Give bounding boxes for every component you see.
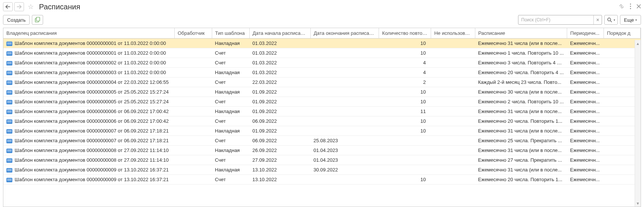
svg-line-6	[610, 21, 612, 22]
scrollbar[interactable]: ▲ ▼	[635, 40, 641, 207]
document-icon	[6, 119, 12, 124]
cell-nouse	[431, 175, 475, 185]
document-icon	[6, 100, 12, 104]
cell-handler	[174, 116, 212, 126]
copy-button[interactable]	[32, 15, 43, 25]
cell-end	[310, 77, 379, 87]
cell-schedule: Ежемесячно 31 числа (или в после...	[475, 126, 567, 136]
cell-nouse	[431, 155, 475, 165]
cell-count: 4	[379, 68, 431, 77]
table-row[interactable]: Шаблон комплекта документов 00000000004 …	[3, 77, 641, 87]
cell-schedule: Ежемесячно 20 числа. Повторить 4 ...	[475, 68, 567, 77]
cell-handler	[174, 146, 212, 155]
cell-type: Счет	[212, 77, 249, 87]
cell-start: 01.03.2022	[249, 68, 310, 77]
cell-start: 26.09.2022	[249, 146, 310, 155]
cell-type: Счет	[212, 116, 249, 126]
grid: Владелец расписания Обработчик Тип шабло…	[3, 28, 641, 207]
more-button[interactable]: Еще ▾	[620, 15, 641, 25]
col-order[interactable]: Порядок д	[604, 28, 641, 39]
col-nouse[interactable]: Не использовать	[431, 28, 475, 39]
table-row[interactable]: Шаблон комплекта документов 00000000006 …	[3, 116, 641, 126]
search-input[interactable]	[518, 17, 593, 22]
col-owner[interactable]: Владелец расписания	[3, 28, 174, 39]
cell-owner: Шаблон комплекта документов 00000000007 …	[3, 136, 174, 146]
cell-count: 10	[379, 39, 431, 48]
document-icon	[6, 110, 12, 114]
cell-type: Счет	[212, 97, 249, 107]
cell-owner: Шаблон комплекта документов 00000000008 …	[3, 155, 174, 165]
table-row[interactable]: Шаблон комплекта документов 00000000005 …	[3, 87, 641, 97]
cell-end	[310, 97, 379, 107]
cell-owner: Шаблон комплекта документов 00000000005 …	[3, 87, 174, 97]
table-row[interactable]: Шаблон комплекта документов 00000000001 …	[3, 48, 641, 58]
cell-end	[310, 175, 379, 185]
col-end[interactable]: Дата окончания расписания	[310, 28, 379, 39]
cell-count: 4	[379, 58, 431, 68]
cell-nouse	[431, 77, 475, 87]
table-row[interactable]: Шаблон комплекта документов 00000000007 …	[3, 136, 641, 146]
cell-type: Накладная	[212, 39, 249, 48]
scroll-up-icon[interactable]: ▲	[635, 40, 641, 47]
cell-type: Счет	[212, 58, 249, 68]
scroll-down-icon[interactable]: ▼	[635, 200, 641, 207]
search-box: ✕	[518, 15, 602, 25]
cell-period: Ежемесячн...	[567, 77, 604, 87]
svg-point-1	[630, 6, 631, 7]
kebab-menu-icon[interactable]	[630, 3, 631, 10]
col-start[interactable]: Дата начала расписания	[249, 28, 310, 39]
table-row[interactable]: Шаблон комплекта документов 00000000007 …	[3, 126, 641, 136]
cell-count: 10	[379, 97, 431, 107]
cell-type: Накладная	[212, 107, 249, 116]
cell-start: 01.09.2022	[249, 107, 310, 116]
cell-period: Ежемесячн...	[567, 126, 604, 136]
document-icon	[6, 61, 12, 66]
cell-end: 01.04.2023	[310, 146, 379, 155]
table-row[interactable]: Шаблон комплекта документов 00000000001 …	[3, 39, 641, 48]
cell-start: 01.09.2022	[249, 97, 310, 107]
col-period[interactable]: Периодичн...	[567, 28, 604, 39]
table-row[interactable]: Шаблон комплекта документов 00000000009 …	[3, 165, 641, 175]
table-row[interactable]: Шаблон комплекта документов 00000000008 …	[3, 146, 641, 155]
forward-button[interactable]	[14, 2, 24, 11]
cell-type: Накладная	[212, 87, 249, 97]
cell-period: Ежемесячн...	[567, 39, 604, 48]
cell-nouse	[431, 165, 475, 175]
page-title: Расписания	[39, 3, 617, 11]
cell-owner: Шаблон комплекта документов 00000000004 …	[3, 77, 174, 87]
cell-type: Накладная	[212, 165, 249, 175]
cell-end	[310, 126, 379, 136]
col-type[interactable]: Тип шаблона	[212, 28, 249, 39]
col-handler[interactable]: Обработчик	[174, 28, 212, 39]
cell-period: Ежемесячн...	[567, 116, 604, 126]
cell-handler	[174, 136, 212, 146]
cell-type: Счет	[212, 48, 249, 58]
back-button[interactable]	[3, 2, 13, 11]
cell-schedule: Ежемесячно 3 числа. Повторить 4 раз	[475, 58, 567, 68]
table-row[interactable]: Шаблон комплекта документов 00000000005 …	[3, 97, 641, 107]
cell-type: Счет	[212, 175, 249, 185]
svg-point-2	[630, 8, 631, 9]
cell-handler	[174, 68, 212, 77]
cell-start: 06.09.2022	[249, 136, 310, 146]
col-count[interactable]: Количество повторов	[379, 28, 431, 39]
search-dropdown-button[interactable]: ▾	[604, 15, 618, 25]
cell-schedule: Ежемесячно 30 числа (или в после...	[475, 87, 567, 97]
cell-period: Ежемесячн...	[567, 107, 604, 116]
table-row[interactable]: Шаблон комплекта документов 00000000006 …	[3, 107, 641, 116]
table-row[interactable]: Шаблон комплекта документов 00000000009 …	[3, 175, 641, 185]
create-button[interactable]: Создать	[3, 15, 30, 25]
cell-end	[310, 58, 379, 68]
table-row[interactable]: Шаблон комплекта документов 00000000008 …	[3, 155, 641, 165]
table-row[interactable]: Шаблон комплекта документов 00000000003 …	[3, 68, 641, 77]
table-row[interactable]: Шаблон комплекта документов 00000000002 …	[3, 58, 641, 68]
favorite-button[interactable]: ☆	[26, 2, 35, 11]
search-clear-button[interactable]: ✕	[593, 15, 602, 24]
cell-count: 11	[379, 107, 431, 116]
svg-rect-4	[36, 17, 40, 21]
col-schedule[interactable]: Расписание	[475, 28, 567, 39]
close-icon[interactable]	[637, 4, 641, 10]
cell-owner: Шаблон комплекта документов 00000000005 …	[3, 97, 174, 107]
cell-count: 10	[379, 175, 431, 185]
link-icon[interactable]	[619, 3, 625, 10]
